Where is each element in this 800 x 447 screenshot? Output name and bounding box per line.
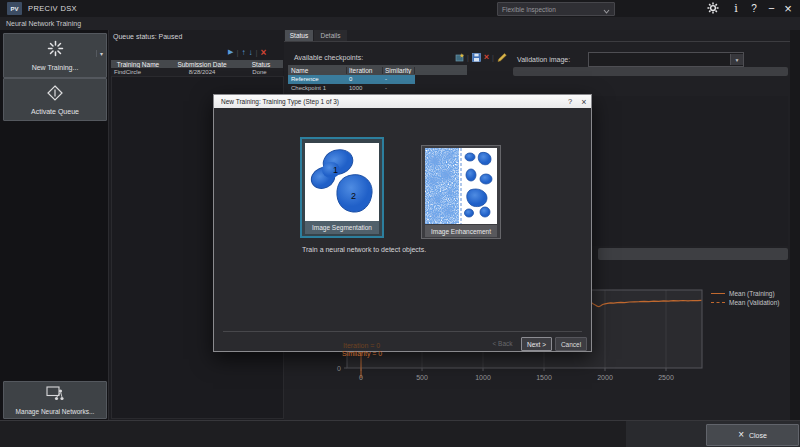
card-label: Image Enhancement [431,228,491,235]
queue-status-label: Queue status: Paused [113,33,182,40]
manage-networks-icon [46,386,64,405]
toolbar-divider: | [492,54,494,61]
delete-checkpoint-icon[interactable]: × [484,53,489,62]
mode-selector-dropdown[interactable]: Flexible Inspection [497,2,615,16]
back-button-label: < Back [492,340,512,347]
solid-line-swatch [711,293,725,294]
cell-iteration: 1000 [347,85,383,91]
legend-label: Mean (Validation) [729,299,779,306]
sidebar: New Training... ▾ Activate Queue [0,30,109,420]
legend-entry-validation: Mean (Validation) [711,299,779,306]
cell-name: Reference [288,76,347,82]
next-button-label: Next > [527,341,546,348]
svg-text:1: 1 [333,165,338,175]
svg-text:1500: 1500 [536,374,552,381]
option-image-enhancement[interactable]: Image Enhancement [421,145,501,239]
sub-title-bar: Neural Network Training [0,17,800,31]
toolbar-divider: | [236,48,238,57]
card-label-bar: Image Enhancement [425,225,497,237]
svg-text:2: 2 [351,191,356,201]
cell-similarity: - [383,76,413,82]
cell-iteration: 0 [347,76,383,82]
dropdown-arrow-icon[interactable]: ▼ [730,54,743,65]
validation-image-label: Validation image: [517,56,570,63]
new-training-button[interactable]: New Training... ▾ [3,33,107,78]
dialog-title-bar: New Training: Training Type (Step 1 of 3… [214,95,591,108]
iteration-slider-bar[interactable] [598,248,788,260]
col-training-name: Training Name [111,61,165,68]
dialog-title: New Training: Training Type (Step 1 of 3… [221,98,339,105]
svg-text:2000: 2000 [597,374,613,381]
toolbar-divider: | [467,54,469,61]
enhancement-thumbnail [425,148,497,224]
close-window-icon[interactable]: × [781,1,795,15]
svg-text:2500: 2500 [658,374,674,381]
new-training-label: New Training... [32,64,79,71]
card-label: Image Segmentation [312,224,372,231]
dialog-description: Train a neural network to detect objects… [302,246,426,253]
validation-header-bar [513,67,788,76]
cursor-iteration-label: Iteration = 0 [343,342,380,349]
resume-queue-icon[interactable]: ▶ [228,48,233,56]
move-up-icon[interactable]: ↑ [241,48,245,57]
close-button[interactable]: × Close [706,424,799,446]
help-icon[interactable]: ? [748,1,760,15]
minimize-icon[interactable]: − [765,1,778,15]
chevron-down-icon [603,0,610,18]
activate-queue-button[interactable]: Activate Queue [3,78,107,121]
add-checkpoint-icon[interactable] [455,48,464,66]
queue-table-row[interactable]: FindCircle 8/28/2024 Done [111,68,283,76]
checkpoint-row-1[interactable]: Checkpoint 1 1000 - [288,84,415,93]
footer-right-section: × Close [626,421,800,447]
toolbar-divider: | [255,48,257,57]
svg-text:500: 500 [416,374,428,381]
cell-training-name: FindCircle [111,69,165,75]
available-checkpoints-label: Available checkpoints: [294,54,363,61]
manage-networks-button[interactable]: Manage Neural Networks... [3,381,107,419]
info-icon[interactable]: i [730,1,742,15]
col-submission-date: Submission Date [165,61,239,68]
col-name: Name [288,67,347,74]
new-training-dialog: New Training: Training Type (Step 1 of 3… [213,94,592,352]
move-down-icon[interactable]: ↓ [248,48,252,57]
save-checkpoint-icon[interactable] [472,48,481,66]
cancel-button-label: Cancel [561,341,581,348]
option-image-segmentation[interactable]: 1 2 Image Segmentation [300,137,384,238]
cursor-similarity-label: Similarity = 0 [342,350,382,357]
app-logo: PV [7,2,22,15]
tab-status[interactable]: Status [285,30,313,41]
cancel-button[interactable]: Cancel [555,337,587,351]
edit-checkpoint-icon[interactable] [497,48,507,66]
cell-similarity: - [383,85,413,91]
cell-name: Checkpoint 1 [288,85,347,91]
next-button[interactable]: Next > [521,337,552,351]
checkpoint-row-reference[interactable]: Reference 0 - [288,75,415,84]
diamond-icon [47,85,63,105]
queue-toolbar: ▶ | ↑ ↓ | × [228,46,266,58]
delete-training-icon[interactable]: × [261,47,267,58]
dialog-close-icon[interactable]: × [577,96,591,107]
back-button[interactable]: < Back [489,337,516,349]
tab-status-label: Status [290,32,308,39]
new-training-caret-icon[interactable]: ▾ [96,50,103,57]
queue-table-header: Training Name Submission Date Status [111,60,283,68]
segmentation-thumbnail: 1 2 [305,143,379,221]
settings-gear-icon[interactable] [705,1,721,15]
dialog-help-icon[interactable]: ? [563,96,577,107]
dashed-line-swatch [711,302,725,303]
starburst-icon [47,40,64,61]
col-status: Status [239,61,283,68]
validation-image-dropdown[interactable]: ▼ [588,52,744,67]
tab-details[interactable]: Details [314,30,347,41]
footer-bar: × Close [0,420,800,447]
close-button-label: Close [749,432,767,439]
svg-text:1000: 1000 [475,374,491,381]
mode-selector-value: Flexible Inspection [502,6,556,13]
title-bar: PV PRECiV DSX Flexible Inspection i ? − … [0,0,800,17]
col-similarity: Similarity [383,67,415,74]
checkpoints-table: Name Iteration Similarity Reference 0 - … [288,65,467,92]
legend-label: Mean (Training) [729,290,775,297]
card-label-bar: Image Segmentation [305,221,379,234]
tab-details-label: Details [321,32,341,39]
activate-queue-label: Activate Queue [31,108,79,115]
